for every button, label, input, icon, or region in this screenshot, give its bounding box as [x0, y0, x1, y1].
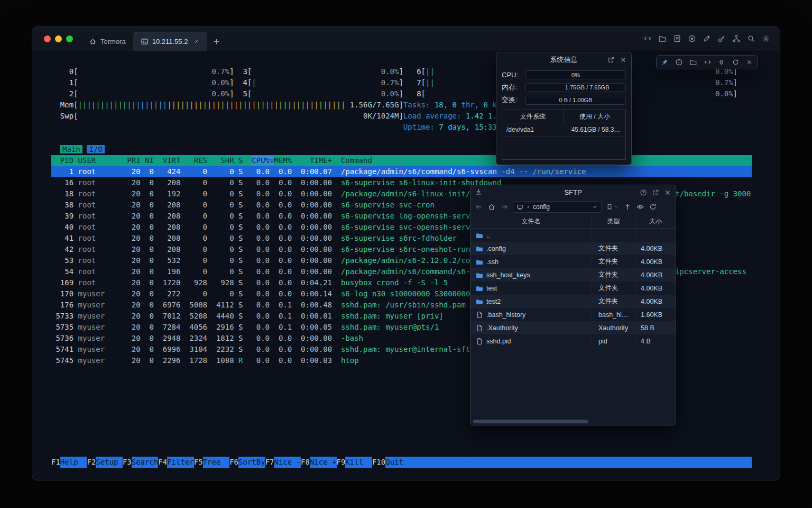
open-in-window-icon[interactable]	[607, 56, 615, 64]
file-type: 文件夹	[592, 268, 635, 282]
record-icon[interactable]	[688, 34, 696, 43]
size-column-header[interactable]: 大小	[635, 215, 676, 228]
cell-state: S	[234, 167, 243, 176]
forward-icon[interactable]	[500, 203, 509, 211]
refresh-icon[interactable]	[649, 203, 657, 211]
open-in-window-icon[interactable]	[652, 189, 659, 196]
search-icon[interactable]	[747, 34, 755, 43]
refresh-icon[interactable]	[732, 58, 740, 66]
file-row-test2[interactable]: test2文件夹4.00KB	[470, 295, 676, 308]
close-icon[interactable]	[620, 56, 627, 64]
file-row-..[interactable]: ..	[470, 229, 676, 242]
htop-screen-tab-I/O[interactable]: I/O	[87, 145, 105, 153]
close-window-button[interactable]	[44, 35, 51, 42]
cell-usage: 0.0 0.0 0:00.00	[243, 223, 332, 231]
chevron-right-icon	[525, 204, 531, 210]
cell-metrics: 20 0 2296 1728 1088	[123, 356, 234, 365]
cell-usage: 0.0 0.0 0:00.03	[243, 356, 332, 365]
computer-icon	[516, 204, 523, 211]
process-table-header[interactable]: PID USER PRI NI VIRT RES SHR S CPU%▽MEM%…	[51, 155, 752, 166]
cell-usage: 0.0 0.0 0:00.00	[243, 334, 332, 342]
swap-usage-row: 交换: 0 B / 1.00GB	[502, 95, 626, 105]
cell-state: S	[234, 289, 243, 298]
folder-icon[interactable]	[689, 58, 697, 66]
parent-directory-icon[interactable]	[623, 203, 632, 211]
file-row-.config[interactable]: .config文件夹4.00KB	[470, 242, 676, 255]
fkey-f7[interactable]: F7Nice -	[265, 457, 301, 468]
fork-icon[interactable]	[732, 34, 741, 43]
horizontal-scrollbar[interactable]	[473, 420, 588, 423]
close-icon[interactable]	[746, 59, 753, 66]
edit-icon[interactable]	[703, 34, 711, 43]
fkey-f2[interactable]: F2Setup	[87, 457, 122, 468]
cell-pid: 5736	[51, 334, 73, 342]
fkey-f8[interactable]: F8Nice +	[301, 457, 336, 468]
filesystem-row[interactable]: /dev/vda1 45.61GB / 58.3…	[502, 123, 625, 137]
file-size: 4 B	[635, 334, 676, 348]
type-column-header[interactable]: 类型	[592, 215, 635, 228]
close-icon[interactable]	[664, 189, 671, 196]
cell-metrics: 20 0 208 0 0	[123, 201, 234, 209]
folder-icon	[476, 285, 483, 292]
swap-label: 交换:	[502, 95, 522, 105]
file-row-.Xauthority[interactable]: .XauthorityXauthority58 B	[470, 321, 676, 334]
fkey-f3[interactable]: F3Search	[123, 457, 158, 468]
close-tab-icon[interactable]	[193, 38, 200, 44]
memory-label: 内存:	[502, 83, 522, 92]
minimize-window-button[interactable]	[55, 35, 62, 42]
new-tab-button[interactable]	[207, 32, 226, 51]
cell-state: S	[234, 278, 243, 287]
file-row-.bash_history[interactable]: .bash_historybash_hi…1.60KB	[470, 308, 676, 321]
folder-icon[interactable]	[658, 34, 667, 43]
file-row-sshd.pid[interactable]: sshd.pidpid4 B	[470, 334, 676, 348]
help-icon[interactable]	[640, 189, 647, 196]
htop-screen-tab-Main[interactable]: Main	[60, 145, 82, 153]
process-row-1[interactable]: 1 root 20 0 424 0 0 S 0.0 0.0 0:00.07 /p…	[51, 166, 752, 177]
tab-ssh-session[interactable]: 10.211.55.2	[133, 32, 208, 51]
cell-user: root	[73, 167, 123, 176]
settings-gear-icon[interactable]	[762, 34, 770, 43]
back-icon[interactable]	[475, 203, 483, 211]
key-icon[interactable]	[717, 34, 726, 43]
cell-user: root	[73, 234, 123, 242]
fkey-f9[interactable]: F9Kill	[337, 457, 372, 468]
cell-usage: 0.0 0.0 0:04.21	[243, 278, 332, 287]
cell-usage: 0.0 0.0 0:00.00	[243, 245, 332, 253]
filesystem-usage: 45.61GB / 58.3…	[566, 123, 625, 136]
titlebar-actions	[643, 26, 780, 51]
notes-icon[interactable]	[673, 34, 681, 43]
cell-pid: 38	[51, 201, 73, 209]
cell-pid: 39	[51, 212, 73, 220]
code-icon[interactable]	[704, 58, 712, 66]
cpu-meter-0: 0[0.7%]	[60, 66, 234, 77]
file-name: .ssh	[486, 258, 499, 266]
cell-pid: 170	[51, 289, 73, 298]
fkey-f4[interactable]: F4Filter	[158, 457, 193, 468]
fkey-f1[interactable]: F1Help	[51, 457, 87, 468]
file-row-test[interactable]: test文件夹4.00KB	[470, 282, 676, 295]
fkey-f6[interactable]: F6SortBy	[229, 457, 265, 468]
download-icon[interactable]	[475, 188, 483, 196]
bookmarks-button[interactable]	[606, 203, 619, 211]
home-icon[interactable]	[487, 203, 496, 211]
chevron-down-icon[interactable]	[592, 204, 598, 210]
show-hidden-icon[interactable]	[636, 203, 644, 211]
zoom-window-button[interactable]	[66, 35, 73, 42]
cell-metrics: 20 0 208 0 0	[123, 245, 234, 253]
file-row-.ssh[interactable]: .ssh文件夹4.00KB	[470, 255, 676, 268]
cell-command: s6-supervise log-openssh-server	[332, 212, 479, 220]
filesystem-column-header: 文件系统	[502, 110, 564, 123]
info-icon[interactable]	[675, 58, 683, 66]
file-row-ssh_host_keys[interactable]: ssh_host_keys文件夹4.00KB	[470, 268, 676, 282]
filename-column-header[interactable]: 文件名	[470, 215, 592, 228]
plug-icon[interactable]	[717, 58, 725, 66]
tab-termora-home[interactable]: Termora	[81, 32, 133, 51]
fkey-f10[interactable]: F10Quit	[372, 457, 412, 468]
fkey-f5[interactable]: F5Tree	[194, 457, 229, 468]
path-breadcrumb[interactable]: config	[513, 201, 602, 213]
sort-column-cpu: CPU%▽	[252, 156, 274, 165]
cell-metrics: 20 0 208 0 0	[123, 223, 234, 231]
cell-command: s6-supervise s6rc-fdholder	[332, 234, 457, 242]
code-icon[interactable]	[643, 34, 652, 43]
pin-icon[interactable]	[661, 58, 669, 66]
